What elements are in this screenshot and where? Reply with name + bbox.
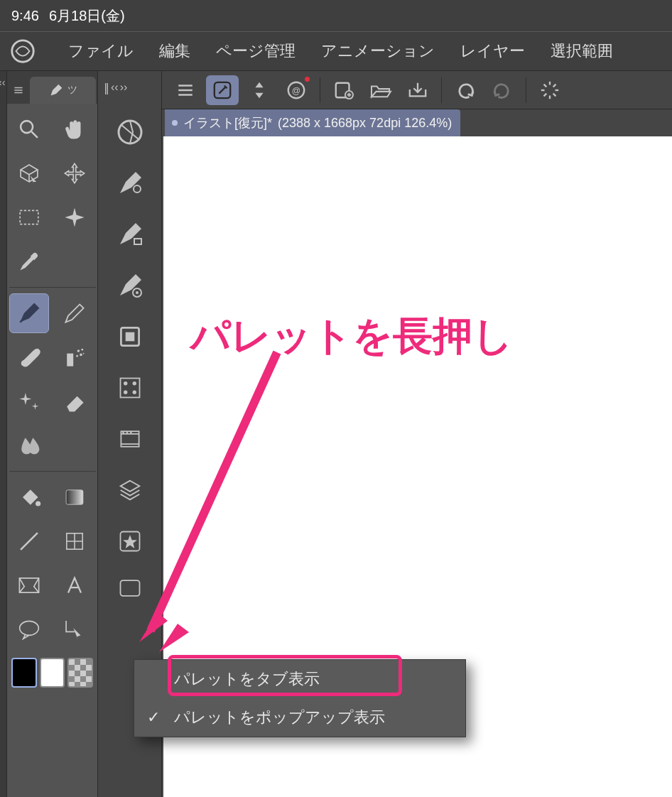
document-name: イラスト[復元]* [183,114,272,131]
transparent-color-swatch[interactable] [67,658,93,688]
balloon-tool[interactable] [9,609,49,649]
layer-palette-icon[interactable] [110,470,150,510]
svg-point-4 [77,349,80,352]
command-menu-icon[interactable] [169,75,202,105]
dock-collapse[interactable]: ‖ ‹‹ ›› [98,77,127,98]
item-bank-icon[interactable] [110,317,150,357]
tone-palette-icon[interactable] [110,368,150,408]
menu-layer[interactable]: レイヤー [448,36,538,66]
svg-rect-2 [20,210,38,224]
svg-point-14 [134,185,141,193]
svg-rect-10 [66,490,83,504]
drag-handle-icon: ‖ [104,81,109,94]
svg-rect-15 [134,239,141,244]
marquee-tool[interactable] [9,197,49,237]
auto-select-tool[interactable] [55,197,94,237]
svg-point-22 [132,381,136,385]
separator [526,77,526,103]
move-tool[interactable] [55,153,94,193]
material-star-icon[interactable] [110,521,150,561]
operation-tool[interactable] [9,153,49,193]
document-tab[interactable]: イラスト[復元]* (2388 x 1668px 72dpi 126.4%) [165,109,460,136]
svg-rect-19 [125,332,134,342]
annotation-label: パレットを長押し [190,310,513,364]
collapse-strip[interactable]: ‹‹ [0,71,7,797]
menu-file[interactable]: ファイル [55,36,146,66]
menu-page[interactable]: ページ管理 [203,36,308,66]
svg-line-43 [553,84,556,87]
background-color-swatch[interactable] [40,658,65,688]
separator [320,77,320,103]
document-spec: (2388 x 1668px 72dpi 126.4%) [278,116,452,131]
text-tool[interactable] [55,565,94,605]
svg-point-21 [124,381,127,385]
pen-tool[interactable] [9,293,49,333]
clip-studio-icon[interactable] [206,75,239,105]
svg-rect-26 [122,432,124,433]
svg-point-23 [124,391,127,394]
pencil-tool[interactable] [55,293,94,333]
line-tool[interactable] [9,521,49,561]
tab-menu-icon[interactable] [9,77,28,104]
svg-text:@: @ [292,85,300,95]
tool-palette: ツ [7,71,98,797]
palette-context-menu: パレットをタブ表示 ✓ パレットをポップアップ表示 [134,659,466,737]
tool-tab-active[interactable]: ツ [30,77,96,104]
chevron-right-icon: ›› [120,81,128,94]
foreground-color-swatch[interactable] [11,658,37,688]
subview-pen3-icon[interactable] [110,266,150,305]
animation-palette-icon[interactable] [110,419,150,459]
decoration-tool[interactable] [9,381,49,421]
hand-tool[interactable] [55,109,94,149]
frame-tool[interactable] [9,565,49,605]
correct-line-tool[interactable] [55,609,94,649]
svg-point-6 [80,354,82,357]
works-icon[interactable]: @ [280,75,313,105]
brush-tool[interactable] [9,337,49,377]
updown-icon[interactable] [243,75,276,105]
menu-edit[interactable]: 編集 [146,36,203,66]
menu-animation[interactable]: アニメーション [308,36,448,66]
material-panel-icon[interactable] [110,568,150,608]
open-file-icon[interactable] [364,75,397,105]
svg-point-8 [82,353,84,354]
navigator-palette-icon[interactable] [110,112,150,152]
separator [441,77,442,103]
fill-tool[interactable] [9,477,49,517]
redo-icon[interactable] [486,75,519,105]
undo-icon[interactable] [449,75,482,105]
command-bar: @ [162,71,672,109]
app-logo-icon[interactable] [7,36,38,67]
context-item-label: パレットをタブ表示 [174,668,320,690]
date: 6月18日(金) [49,6,125,26]
gradient-tool[interactable] [55,477,94,517]
figure-tool[interactable] [55,521,94,561]
tool-tab-bar: ツ [7,71,97,104]
subview-pen-icon[interactable] [110,163,150,203]
menu-selection[interactable]: 選択範囲 [538,36,626,66]
svg-line-41 [553,93,556,96]
eraser-tool[interactable] [55,381,94,421]
subview-pen2-icon[interactable] [110,215,150,254]
chevron-left-icon: ‹‹ [0,77,5,88]
magnifier-tool[interactable] [9,109,49,149]
app-menu-bar: ファイル 編集 ページ管理 アニメーション レイヤー 選択範囲 [0,31,672,71]
loading-spinner-icon [533,75,566,105]
tool-separator [9,287,96,288]
eyedropper-tool[interactable] [9,242,49,281]
tool-grid [7,104,97,655]
document-tab-bar: イラスト[復元]* (2388 x 1668px 72dpi 126.4%) [162,109,672,136]
context-item-tab-display[interactable]: パレットをタブ表示 [134,660,465,698]
blend-tool[interactable] [9,425,49,465]
pen-tab-icon [49,83,63,97]
airbrush-tool[interactable] [55,337,94,377]
svg-point-12 [19,621,38,635]
tool-separator [9,471,96,472]
context-item-popup-display[interactable]: ✓ パレットをポップアップ表示 [134,698,465,737]
svg-rect-20 [120,379,139,398]
svg-point-1 [21,121,33,133]
svg-point-5 [81,349,83,351]
new-file-icon[interactable] [327,75,360,105]
save-file-icon[interactable] [401,75,434,105]
unsaved-dot-icon [172,120,178,126]
